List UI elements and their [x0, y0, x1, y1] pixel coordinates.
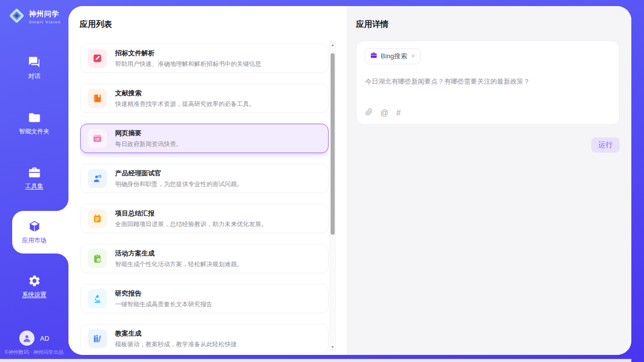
- app-desc: 每日政府新闻资讯快查。: [115, 140, 182, 149]
- app-detail-title: 应用详情: [356, 19, 388, 30]
- app-name: 教案生成: [115, 329, 237, 338]
- app-desc: 全面回顾项目进展，总结经验教训，助力未来优化发展。: [115, 220, 267, 229]
- app-card-6[interactable]: 活动方案生成智能生成个性化活动方案，轻松解决规划难题。: [80, 244, 329, 273]
- app-card-5[interactable]: 项目总结汇报全面回顾项目进展，总结经验教训，助力未来优化发展。: [80, 204, 329, 233]
- app-detail-panel: 应用详情 Bing搜索 × 今日湖北有哪些新闻要点？有哪些需要关注的最新政策？: [347, 6, 631, 355]
- sidebar: 神州问学 Smart Vision 对话智能文件夹工具集应用市场系统设置 AD …: [0, 0, 68, 362]
- run-button[interactable]: 运行: [591, 137, 620, 153]
- main-content: 应用列表 招标文件解析帮助用户快速、准确地理解和解析招标书中的关键信息文献搜索快…: [68, 6, 631, 355]
- app-desc: 快速精准查找学术资源，提高研究效率的必备工具。: [115, 100, 255, 108]
- paperclip-icon[interactable]: [365, 108, 373, 118]
- book-icon: [88, 89, 107, 108]
- scrollbar-up-icon[interactable]: ▲: [330, 42, 336, 48]
- browser-code-icon: [88, 129, 107, 148]
- sidebar-item-chat[interactable]: 对话: [0, 56, 68, 81]
- app-desc: 一键智能生成高质量长文本研究报告: [115, 300, 212, 309]
- prompt-card[interactable]: Bing搜索 × 今日湖北有哪些新闻要点？有哪些需要关注的最新政策？ @ #: [356, 41, 620, 125]
- prompt-toolbar: @ #: [365, 108, 401, 118]
- sidebar-item-market[interactable]: 应用市场: [0, 220, 68, 245]
- brand-logo: 神州问学 Smart Vision: [8, 7, 61, 26]
- avatar: [19, 331, 34, 346]
- scrollbar-down-icon[interactable]: ▼: [330, 344, 336, 350]
- microscope-icon: [88, 289, 107, 308]
- app-list-title: 应用列表: [80, 19, 112, 30]
- sidebar-item-label: 对话: [28, 72, 41, 81]
- sidebar-item-settings[interactable]: 系统设置: [0, 274, 68, 299]
- app-card-7[interactable]: 研究报告一键智能生成高质量长文本研究报告: [80, 284, 329, 313]
- tag-close-icon[interactable]: ×: [411, 53, 415, 60]
- app-card-4[interactable]: 产品经理面试官明确身份和职责，为您提供专业性的面试问题。: [80, 164, 329, 193]
- app-card-8[interactable]: 教案生成模板驱动，教案秒成，教学准备从此轻松快捷: [80, 324, 329, 353]
- tool-tag-bing-search[interactable]: Bing搜索 ×: [365, 48, 421, 64]
- app-name: 活动方案生成: [115, 249, 243, 258]
- person-icon: [22, 333, 32, 343]
- sidebar-item-label: 应用市场: [22, 236, 47, 245]
- sidebar-item-label: 工具集: [25, 182, 44, 191]
- at-mention-icon[interactable]: @: [380, 109, 388, 117]
- books-icon: [88, 329, 107, 348]
- app-name: 网页摘要: [115, 129, 182, 138]
- brand-diamond-icon: [8, 7, 25, 26]
- tool-tag-label: Bing搜索: [381, 52, 407, 61]
- sidebar-item-toolkit[interactable]: 工具集: [0, 166, 68, 191]
- app-list-panel: 应用列表 招标文件解析帮助用户快速、准确地理解和解析招标书中的关键信息文献搜索快…: [68, 6, 347, 355]
- app-card-2[interactable]: 文献搜索快速精准查找学术资源，提高研究效率的必备工具。: [80, 84, 329, 113]
- app-name: 产品经理面试官: [115, 169, 243, 178]
- app-name: 项目总结汇报: [115, 209, 267, 218]
- user-initials: AD: [40, 335, 49, 342]
- app-desc: 智能生成个性化活动方案，轻松解决规划难题。: [115, 260, 243, 269]
- scrollbar-track[interactable]: [330, 48, 335, 344]
- app-desc: 帮助用户快速、准确地理解和解析招标书中的关键信息: [115, 60, 261, 68]
- calendar-note-icon: [88, 209, 107, 228]
- edit-square-icon: [88, 49, 107, 68]
- sidebar-footer: ©神州数码 · 神州问学出品: [0, 349, 68, 356]
- sidebar-item-folders[interactable]: 智能文件夹: [0, 111, 68, 136]
- interviewer-icon: [88, 169, 107, 188]
- clipboard-check-icon: [88, 249, 107, 268]
- app-desc: 模板驱动，教案秒成，教学准备从此轻松快捷: [115, 340, 237, 349]
- prompt-input[interactable]: 今日湖北有哪些新闻要点？有哪些需要关注的最新政策？: [365, 77, 611, 86]
- gear-icon: [28, 274, 41, 287]
- hashtag-icon[interactable]: #: [396, 109, 401, 117]
- user-row[interactable]: AD: [19, 331, 49, 346]
- chat-icon: [28, 56, 41, 69]
- brand-name: 神州问学: [29, 10, 61, 19]
- folder-icon: [28, 111, 41, 124]
- app-card-1[interactable]: 招标文件解析帮助用户快速、准确地理解和解析招标书中的关键信息: [80, 44, 329, 73]
- cube-icon: [28, 220, 41, 233]
- sidebar-item-label: 系统设置: [22, 291, 47, 299]
- sidebar-item-label: 智能文件夹: [19, 127, 50, 136]
- app-list: 招标文件解析帮助用户快速、准确地理解和解析招标书中的关键信息文献搜索快速精准查找…: [80, 44, 329, 355]
- brand-subtitle: Smart Vision: [29, 20, 61, 24]
- app-name: 文献搜索: [115, 89, 255, 98]
- app-name: 招标文件解析: [115, 49, 261, 58]
- briefcase-icon: [370, 52, 377, 61]
- scrollbar-thumb[interactable]: [331, 53, 335, 235]
- bottom-edge: [0, 359, 631, 362]
- toolbox-icon: [28, 166, 41, 179]
- app-window: 神州问学 Smart Vision 对话智能文件夹工具集应用市场系统设置 AD …: [0, 0, 644, 362]
- app-card-3[interactable]: 网页摘要每日政府新闻资讯快查。: [80, 124, 329, 153]
- app-name: 研究报告: [115, 289, 212, 298]
- app-list-scrollbar[interactable]: ▲ ▼: [330, 42, 336, 351]
- app-desc: 明确身份和职责，为您提供专业性的面试问题。: [115, 180, 243, 189]
